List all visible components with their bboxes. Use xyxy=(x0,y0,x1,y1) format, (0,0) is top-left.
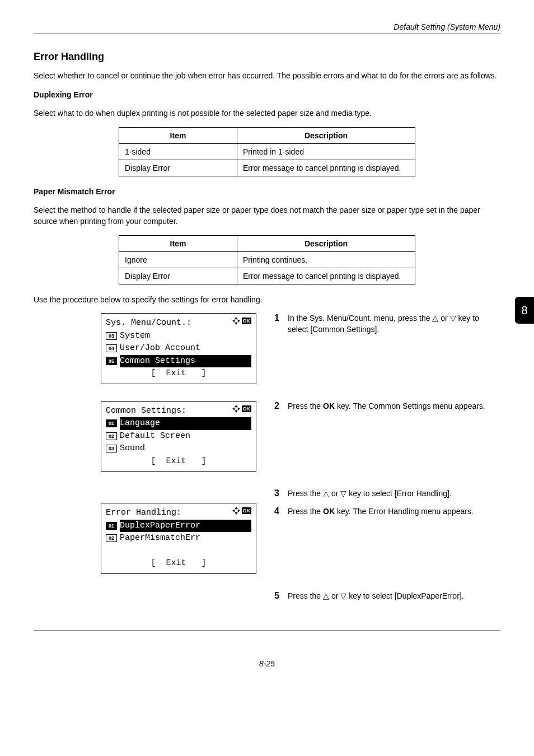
nav-arrows-icon xyxy=(232,405,240,413)
chapter-tab: 8 xyxy=(515,297,534,324)
nav-arrows-icon xyxy=(232,317,240,325)
footer-rule xyxy=(34,631,500,631)
th-desc: Description xyxy=(237,235,415,251)
lcd-title: Common Settings: xyxy=(106,405,186,418)
th-item: Item xyxy=(119,127,237,143)
up-triangle-icon: △ xyxy=(323,489,329,498)
svg-marker-6 xyxy=(232,407,235,410)
lcd-common-settings: Common Settings: OK 01Language 02Default… xyxy=(101,401,256,472)
duplexing-table: Item Description 1-sided Printed in 1-si… xyxy=(119,127,415,176)
nav-arrows-icon xyxy=(232,507,240,515)
lcd-exit: [ Exit ] xyxy=(151,455,206,468)
lcd-sys-menu: Sys. Menu/Count.: OK 03System 04User/Job… xyxy=(101,313,256,384)
procedure-intro: Use the procedure below to specify the s… xyxy=(34,295,500,306)
svg-marker-5 xyxy=(235,410,238,412)
step-text: Press the △ or ▽ key to select [Error Ha… xyxy=(288,488,500,500)
step-number: 2 xyxy=(274,401,288,412)
lcd-error-handling: Error Handling: OK 01DuplexPaperError 02… xyxy=(101,503,256,574)
lcd-header-icons: OK xyxy=(232,405,252,413)
table-row: 1-sided Printed in 1-sided xyxy=(119,143,415,160)
svg-marker-0 xyxy=(235,317,238,319)
ok-icon: OK xyxy=(242,318,252,324)
page-number: 8-25 xyxy=(34,659,500,668)
sub1-heading: Duplexing Error xyxy=(34,90,500,101)
down-triangle-icon: ▽ xyxy=(340,591,346,600)
step-text: Press the OK key. The Error Handling men… xyxy=(288,506,500,517)
svg-marker-11 xyxy=(237,509,240,512)
step-text: In the Sys. Menu/Count. menu, press the … xyxy=(288,313,500,335)
step-number: 1 xyxy=(274,313,288,335)
mismatch-table: Item Description Ignore Printing continu… xyxy=(119,235,415,284)
svg-marker-2 xyxy=(232,319,235,323)
table-row: Ignore Printing continues. xyxy=(119,251,415,268)
svg-marker-4 xyxy=(235,405,238,407)
down-triangle-icon: ▽ xyxy=(450,314,456,323)
svg-marker-1 xyxy=(235,323,238,325)
lcd-exit: [ Exit ] xyxy=(151,367,206,380)
svg-marker-8 xyxy=(235,507,238,509)
sub2-text: Select the method to handle if the selec… xyxy=(34,205,500,227)
page-title: Error Handling xyxy=(34,51,500,63)
lcd-title: Sys. Menu/Count.: xyxy=(106,317,191,330)
step-number: 3 xyxy=(274,488,288,500)
table-row: Display Error Error message to cancel pr… xyxy=(119,160,415,176)
ok-icon: OK xyxy=(242,405,252,412)
step-number: 4 xyxy=(274,506,288,517)
header-rule xyxy=(34,34,500,34)
svg-marker-9 xyxy=(235,512,238,515)
up-triangle-icon: △ xyxy=(432,314,438,323)
sub1-text: Select what to do when duplex printing i… xyxy=(34,108,500,119)
svg-marker-10 xyxy=(232,509,235,512)
step-number: 5 xyxy=(274,591,288,602)
lcd-header-icons: OK xyxy=(232,507,252,515)
running-header: Default Setting (System Menu) xyxy=(34,22,500,31)
th-desc: Description xyxy=(237,127,415,143)
table-row: Display Error Error message to cancel pr… xyxy=(119,268,415,284)
ok-icon: OK xyxy=(242,507,252,514)
lcd-exit: [ Exit ] xyxy=(151,557,206,570)
lcd-header-icons: OK xyxy=(232,317,252,325)
step-text: Press the △ or ▽ key to select [DuplexPa… xyxy=(288,591,500,602)
th-item: Item xyxy=(119,235,237,251)
lcd-title: Error Handling: xyxy=(106,507,181,520)
step-text: Press the OK key. The Common Settings me… xyxy=(288,401,500,412)
up-triangle-icon: △ xyxy=(323,591,329,600)
intro-text: Select whether to cancel or continue the… xyxy=(34,71,500,82)
down-triangle-icon: ▽ xyxy=(340,489,346,498)
svg-marker-7 xyxy=(237,407,240,410)
sub2-heading: Paper Mismatch Error xyxy=(34,186,500,198)
svg-marker-3 xyxy=(237,319,240,323)
